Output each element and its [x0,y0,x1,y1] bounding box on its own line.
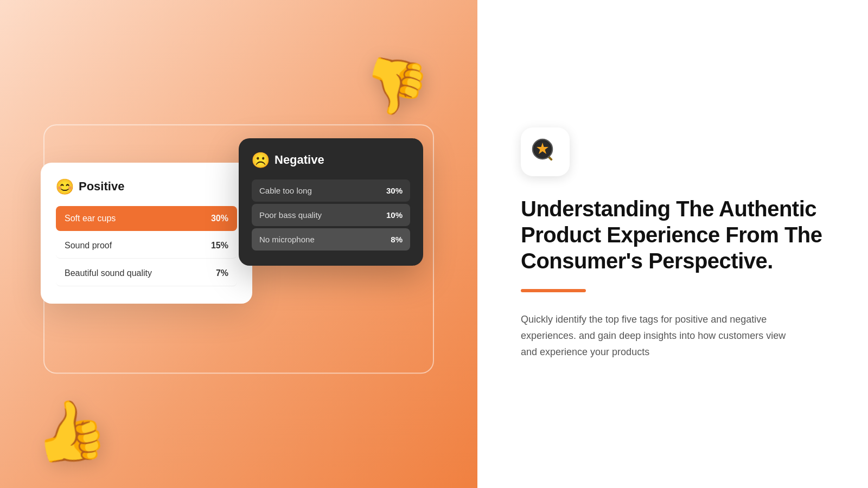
negative-row-3-label: No microphone [259,235,315,244]
negative-card: ☹️ Negative Cable too long 30% Poor bass… [239,138,423,266]
negative-row-3-value: 8% [391,235,403,244]
positive-card-header: 😊 Positive [56,178,237,195]
thumbs-down-icon: 👎 [354,47,436,126]
positive-row-2: Sound proof 15% [56,233,237,259]
orange-divider [521,289,586,292]
description-text: Quickly identify the top five tags for p… [521,312,792,360]
negative-row-1-label: Cable too long [259,186,312,195]
positive-smiley-icon: 😊 [56,178,73,195]
right-panel: Understanding The Authentic Product Expe… [477,0,868,488]
app-icon [521,127,570,176]
negative-row-2: Poor bass quality 10% [252,204,410,226]
positive-card-title: Positive [79,179,124,194]
negative-row-2-value: 10% [386,210,403,220]
positive-row-2-value: 15% [211,241,228,251]
main-heading: Understanding The Authentic Product Expe… [521,196,825,274]
positive-card: 😊 Positive Soft ear cups 30% Sound proof… [41,163,252,304]
negative-frown-icon: ☹️ [252,151,269,169]
negative-row-1-value: 30% [386,186,403,195]
positive-row-1-label: Soft ear cups [65,214,116,223]
thumbs-up-icon: 👍 [27,390,112,472]
positive-row-1-value: 30% [211,214,228,223]
app-icon-svg [531,137,560,166]
positive-row-3-value: 7% [216,268,228,278]
positive-row-1: Soft ear cups 30% [56,206,237,231]
positive-row-3-label: Beautiful sound quality [65,268,152,278]
negative-row-1: Cable too long 30% [252,179,410,202]
left-panel: 😊 Positive Soft ear cups 30% Sound proof… [0,0,477,488]
negative-card-header: ☹️ Negative [252,151,410,169]
negative-row-3: No microphone 8% [252,228,410,251]
negative-card-title: Negative [275,153,324,167]
positive-row-2-label: Sound proof [65,241,112,251]
positive-row-3: Beautiful sound quality 7% [56,261,237,286]
negative-row-2-label: Poor bass quality [259,210,322,220]
